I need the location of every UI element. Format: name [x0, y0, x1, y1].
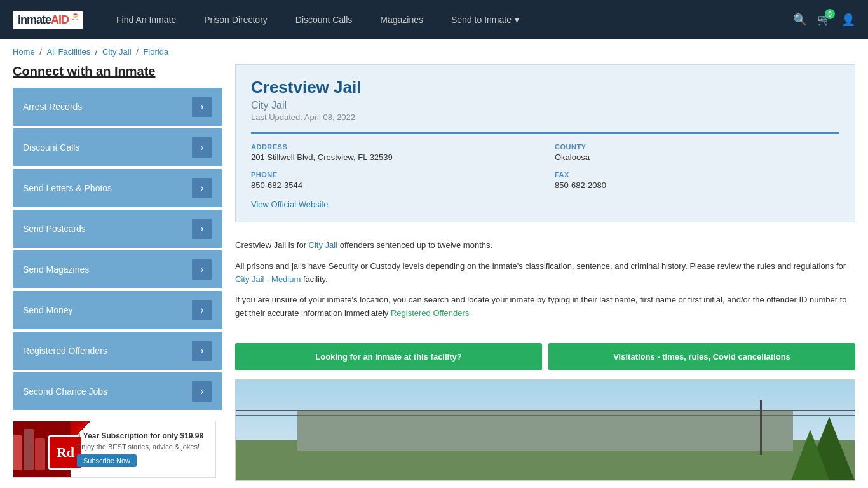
building: [297, 410, 792, 450]
description: Crestview Jail is for City Jail offender…: [235, 233, 855, 334]
arrow-icon-2: ›: [192, 178, 212, 198]
sidebar-item-registered-offenders[interactable]: Registered Offenders ›: [13, 332, 222, 370]
ad-banner[interactable]: Rd 1 Year Subscription for only $19.98 E…: [13, 421, 216, 478]
navbar-links: Find An Inmate Prison Directory Discount…: [102, 15, 793, 25]
ad-subscribe-button[interactable]: Subscribe Now: [77, 454, 137, 467]
sidebar-item-arrest-records[interactable]: Arrest Records ›: [13, 88, 222, 126]
county-value: Okaloosa: [555, 152, 839, 162]
cart-wrapper: 🛒 0: [817, 13, 831, 27]
facility-image: [235, 379, 855, 481]
breadcrumb-florida[interactable]: Florida: [143, 47, 168, 57]
address-value: 201 Stillwell Blvd, Crestview, FL 32539: [251, 152, 536, 162]
sidebar-items: Arrest Records › Discount Calls › Send L…: [13, 88, 222, 410]
sidebar-label-registered-offenders: Registered Offenders: [23, 346, 107, 356]
arrow-icon-7: ›: [192, 381, 212, 402]
content-area: Crestview Jail City Jail Last Updated: A…: [235, 64, 855, 481]
ad-logo-area: Rd: [13, 421, 71, 478]
nav-magazines[interactable]: Magazines: [366, 15, 437, 25]
sidebar-item-discount-calls[interactable]: Discount Calls ›: [13, 128, 222, 166]
address-label: ADDRESS: [251, 143, 536, 151]
sidebar-label-discount-calls: Discount Calls: [23, 142, 79, 152]
logo-accent: AID: [51, 13, 69, 26]
breadcrumb: Home / All Facilities / City Jail / Flor…: [0, 39, 868, 64]
cart-badge: 0: [825, 9, 835, 19]
looking-for-inmate-button[interactable]: Looking for an inmate at this facility?: [235, 343, 542, 370]
sidebar-item-send-letters[interactable]: Send Letters & Photos ›: [13, 169, 222, 207]
sidebar-label-arrest-records: Arrest Records: [23, 102, 82, 112]
facility-details: ADDRESS 201 Stillwell Blvd, Crestview, F…: [251, 132, 839, 190]
sidebar: Connect with an Inmate Arrest Records › …: [13, 64, 222, 481]
ad-subtitle: Enjoy the BEST stories, advice & jokes!: [77, 443, 203, 451]
desc-para-2: All prisons and jails have Security or C…: [235, 260, 855, 287]
ad-text: 1 Year Subscription for only $19.98 Enjo…: [71, 426, 210, 472]
arrow-icon-1: ›: [192, 137, 212, 158]
arrow-icon-6: ›: [192, 341, 212, 361]
nav-discount-calls[interactable]: Discount Calls: [281, 15, 366, 25]
facility-card: Crestview Jail City Jail Last Updated: A…: [235, 64, 855, 222]
user-button[interactable]: 👤: [841, 13, 855, 27]
arrow-icon-0: ›: [192, 97, 212, 117]
breadcrumb-home[interactable]: Home: [13, 47, 35, 57]
nav-send-to-inmate[interactable]: Send to Inmate ▾: [437, 15, 533, 25]
sidebar-label-send-postcards: Send Postcards: [23, 224, 86, 234]
nav-prison-directory[interactable]: Prison Directory: [190, 15, 281, 25]
facility-name: Crestview Jail: [251, 78, 839, 97]
breadcrumb-city-jail[interactable]: City Jail: [102, 47, 132, 57]
search-icon: 🔍: [793, 13, 807, 27]
sidebar-item-send-money[interactable]: Send Money ›: [13, 291, 222, 329]
desc-city-jail-link-2[interactable]: City Jail - Medium: [235, 274, 301, 284]
phone-label: PHONE: [251, 171, 536, 179]
sidebar-item-send-postcards[interactable]: Send Postcards ›: [13, 210, 222, 248]
phone-section: PHONE 850-682-3544: [251, 171, 536, 190]
breadcrumb-sep-2: /: [95, 47, 100, 57]
official-website-link[interactable]: View Official Website: [251, 200, 328, 209]
sidebar-title: Connect with an Inmate: [13, 64, 222, 79]
fax-value: 850-682-2080: [555, 180, 839, 190]
arrow-icon-4: ›: [192, 259, 212, 280]
main-container: Connect with an Inmate Arrest Records › …: [0, 64, 868, 488]
nav-icons: 🔍 🛒 0 👤: [793, 13, 855, 27]
visitation-button[interactable]: Visitations - times, rules, Covid cancel…: [548, 343, 855, 370]
fax-section: FAX 850-682-2080: [555, 171, 839, 190]
sidebar-label-second-chance-jobs: Second Chance Jobs: [23, 386, 107, 396]
breadcrumb-all-facilities[interactable]: All Facilities: [47, 47, 91, 57]
facility-updated: Last Updated: April 08, 2022: [251, 112, 839, 122]
address-section: ADDRESS 201 Stillwell Blvd, Crestview, F…: [251, 143, 536, 162]
desc-city-jail-link-1[interactable]: City Jail: [309, 240, 338, 250]
ad-title: 1 Year Subscription for only $19.98: [77, 431, 203, 440]
nav-find-inmate[interactable]: Find An Inmate: [102, 15, 190, 25]
breadcrumb-sep-1: /: [39, 47, 44, 57]
sidebar-item-send-magazines[interactable]: Send Magazines ›: [13, 250, 222, 288]
fax-label: FAX: [555, 171, 839, 179]
user-icon: 👤: [841, 13, 855, 27]
desc-para-3: If you are unsure of your inmate's locat…: [235, 294, 855, 320]
sidebar-label-send-letters: Send Letters & Photos: [23, 183, 112, 193]
desc-registered-offenders-link[interactable]: Registered Offenders: [391, 308, 469, 318]
county-section: COUNTY Okaloosa: [555, 143, 839, 162]
website-link-area: View Official Website: [251, 199, 839, 209]
desc-para-1: Crestview Jail is for City Jail offender…: [235, 239, 855, 252]
action-buttons: Looking for an inmate at this facility? …: [235, 343, 855, 370]
navbar: inmateAID 🎅 Find An Inmate Prison Direct…: [0, 0, 868, 39]
utility-pole: [760, 400, 762, 456]
logo-text: inmateAID 🎅: [13, 11, 83, 29]
logo[interactable]: inmateAID 🎅: [13, 11, 83, 29]
phone-value: 850-682-3544: [251, 180, 536, 190]
arrow-icon-5: ›: [192, 300, 212, 320]
dropdown-arrow-icon: ▾: [515, 15, 519, 25]
county-label: COUNTY: [555, 143, 839, 151]
breadcrumb-sep-3: /: [136, 47, 140, 57]
search-button[interactable]: 🔍: [793, 13, 807, 27]
arrow-icon-3: ›: [192, 219, 212, 239]
sidebar-item-second-chance-jobs[interactable]: Second Chance Jobs ›: [13, 372, 222, 410]
sidebar-label-send-magazines: Send Magazines: [23, 264, 89, 274]
sidebar-label-send-money: Send Money: [23, 305, 73, 315]
facility-type: City Jail: [251, 100, 839, 111]
